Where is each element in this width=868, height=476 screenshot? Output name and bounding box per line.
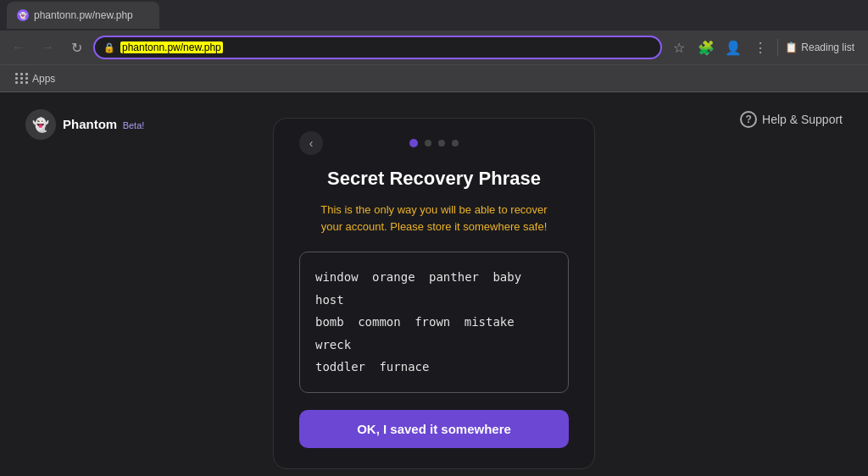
nav-actions: ☆ 🧩 👤 ⋮ bbox=[667, 36, 772, 59]
tab-bar: 👻 phantonn.pw/new.php bbox=[0, 0, 868, 30]
menu-button[interactable]: ⋮ bbox=[748, 36, 772, 59]
tab-favicon: 👻 bbox=[17, 9, 29, 21]
card-back-button[interactable]: ‹ bbox=[299, 131, 323, 155]
nav-bar: ← → ↻ 🔒 phantonn.pw/new.php ☆ 🧩 👤 ⋮ 📋 Re… bbox=[0, 30, 868, 64]
help-icon: ? bbox=[740, 111, 757, 128]
help-support-link[interactable]: ? Help & Support bbox=[740, 111, 843, 128]
phantom-avatar: 👻 bbox=[25, 109, 56, 140]
ok-saved-button[interactable]: OK, I saved it somewhere bbox=[299, 410, 569, 448]
reading-list-icon: 📋 bbox=[785, 42, 798, 53]
recovery-phrase-card: ‹ Secret Recovery Phrase This is the onl… bbox=[273, 118, 595, 469]
dot-4 bbox=[452, 140, 459, 147]
phantom-name-group: Phantom Beta! bbox=[63, 117, 144, 132]
browser-chrome: 👻 phantonn.pw/new.php ← → ↻ 🔒 phantonn.p… bbox=[0, 0, 868, 92]
tab-title: phantonn.pw/new.php bbox=[34, 9, 133, 21]
forward-button[interactable]: → bbox=[36, 36, 59, 59]
bookmark-button[interactable]: ☆ bbox=[667, 36, 691, 59]
url-text: phantonn.pw/new.php bbox=[120, 42, 652, 53]
phrase-box: window orange panther baby host bomb com… bbox=[299, 252, 569, 393]
url-highlight: phantonn.pw/new.php bbox=[120, 42, 223, 53]
apps-label: Apps bbox=[32, 73, 55, 85]
phantom-badge: Beta! bbox=[123, 120, 145, 130]
reading-list-label: Reading list bbox=[801, 42, 854, 53]
bookmarks-bar: Apps bbox=[0, 64, 868, 91]
reading-list-section: 📋 Reading list bbox=[777, 39, 861, 56]
main-content: 👻 Phantom Beta! ? Help & Support ‹ Secre… bbox=[0, 92, 868, 476]
help-support-label: Help & Support bbox=[762, 113, 843, 126]
profile-button[interactable]: 👤 bbox=[721, 36, 745, 59]
address-bar[interactable]: 🔒 phantonn.pw/new.php bbox=[93, 36, 662, 59]
card-subtitle: This is the only way you will be able to… bbox=[320, 202, 547, 235]
phantom-logo: 👻 Phantom Beta! bbox=[25, 109, 144, 140]
extensions-button[interactable]: 🧩 bbox=[694, 36, 718, 59]
apps-item[interactable]: Apps bbox=[10, 71, 60, 86]
phrase-text: window orange panther baby host bomb com… bbox=[315, 266, 553, 379]
dots-navigation: ‹ bbox=[299, 139, 569, 147]
apps-grid-icon bbox=[15, 73, 29, 84]
lock-icon: 🔒 bbox=[103, 42, 115, 53]
browser-tab[interactable]: 👻 phantonn.pw/new.php bbox=[7, 2, 159, 29]
dot-3 bbox=[438, 140, 445, 147]
card-title: Secret Recovery Phrase bbox=[327, 168, 541, 190]
phantom-name: Phantom bbox=[63, 117, 117, 131]
back-button[interactable]: ← bbox=[7, 36, 31, 59]
reload-button[interactable]: ↻ bbox=[64, 36, 88, 59]
dot-2 bbox=[425, 140, 431, 147]
dot-1 bbox=[409, 139, 418, 147]
